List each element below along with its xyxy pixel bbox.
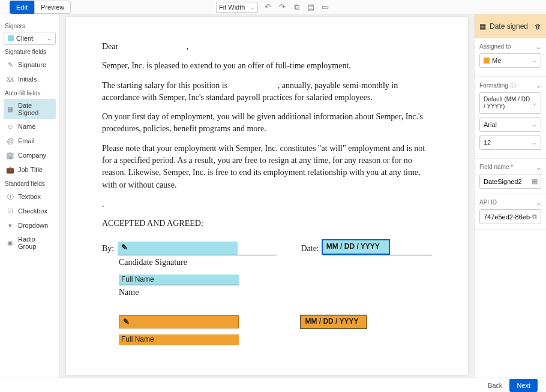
date-placeholder: MM / DD / YYYY <box>326 242 380 252</box>
field-initials[interactable]: XX Initials <box>4 72 56 86</box>
panel-title: Date signed <box>490 22 528 31</box>
fullname-placeholder: Full Name <box>121 275 154 285</box>
merge-field-icon[interactable]: ▦ <box>532 177 538 185</box>
font-size-select[interactable]: 12 ⌄ <box>479 135 541 150</box>
pen-icon: ✎ <box>123 316 130 328</box>
zoom-select[interactable]: Fit Width ⌄ <box>216 2 258 13</box>
field-label: Name <box>18 123 35 130</box>
font-value: Arial <box>484 121 497 128</box>
fullname-field-client[interactable]: Full Name <box>119 275 239 285</box>
radio-icon: ◉ <box>6 239 14 247</box>
field-email[interactable]: @ Email <box>4 134 56 148</box>
field-label: Initials <box>18 76 37 83</box>
dropdown-icon: ▾ <box>6 221 14 230</box>
paragraph-3: On your first day of employment, you wil… <box>102 111 432 135</box>
calendar-icon: ▦ <box>479 22 486 31</box>
back-button[interactable]: Back <box>488 382 502 389</box>
paste-icon[interactable]: ▤ <box>306 2 316 12</box>
field-name[interactable]: ☺ Name <box>4 119 56 134</box>
field-label: Textbox <box>18 193 41 200</box>
api-id-label: API ID <box>479 199 497 207</box>
autofill-heading: Auto-fill fields <box>5 90 56 97</box>
zoom-value: Fit Width <box>219 4 245 11</box>
dot-line: . <box>102 198 432 210</box>
tab-edit[interactable]: Edit <box>10 1 34 14</box>
field-date-signed[interactable]: ▦ Date Signed <box>4 99 56 119</box>
chevron-down-icon: ⌄ <box>47 35 52 41</box>
toolbar-center: Fit Width ⌄ ↶ ↷ ⧉ ▤ ▭ <box>216 2 330 13</box>
date-signed-field-me[interactable]: MM / DD / YYYY <box>301 315 367 328</box>
font-select[interactable]: Arial ⌄ <box>479 117 541 132</box>
date-format-value: Default (MM / DD / YYYY) <box>484 96 532 110</box>
field-label: Job Title <box>18 166 43 173</box>
by-label: By: <box>102 243 114 255</box>
fullname-placeholder: Full Name <box>121 334 154 345</box>
paragraph-2a: The starting salary for this position is <box>102 81 230 90</box>
undo-icon[interactable]: ↶ <box>263 2 272 12</box>
fullname-field-me[interactable]: Full Name <box>119 334 239 345</box>
chevron-down-icon: ⌄ <box>532 100 537 107</box>
paragraph-1: Semper, Inc. is pleased to extend to you… <box>102 60 432 72</box>
briefcase-icon: 💼 <box>6 165 14 174</box>
field-name-input[interactable] <box>484 178 532 185</box>
left-panel: Signers Client ⌄ Signature fields ✎ Sign… <box>0 14 60 378</box>
field-radio-group[interactable]: ◉ Radio Group <box>4 233 56 253</box>
next-button[interactable]: Next <box>509 379 538 392</box>
accepted-heading: ACCEPTED AND AGREED: <box>102 218 432 230</box>
at-icon: @ <box>6 137 14 145</box>
field-checkbox[interactable]: ☑ Checkbox <box>4 204 56 218</box>
field-job-title[interactable]: 💼 Job Title <box>4 162 56 177</box>
signature-field-me[interactable]: ✎ <box>119 315 239 328</box>
chevron-down-icon[interactable]: ⌄ <box>536 43 541 51</box>
field-name-label: Field name * <box>479 164 513 171</box>
field-label: Date Signed <box>18 102 53 116</box>
footer: Back Next <box>0 378 546 392</box>
assigned-to-select[interactable]: Me ⌄ <box>479 53 541 68</box>
field-company[interactable]: 🏢 Company <box>4 148 56 162</box>
signature-field-client[interactable]: ✎ <box>118 242 238 255</box>
date-signed-field-client[interactable]: MM / DD / YYYY <box>323 240 389 254</box>
info-icon[interactable]: ⓘ <box>510 82 516 89</box>
document-page[interactable]: Dear , Semper, Inc. is pleased to extend… <box>66 17 468 375</box>
name-label: Name <box>119 287 277 298</box>
field-signature[interactable]: ✎ Signature <box>4 58 56 72</box>
signature-icon: ✎ <box>6 61 14 69</box>
chevron-down-icon[interactable]: ⌄ <box>536 164 541 171</box>
signer-color-swatch <box>8 35 14 41</box>
copy-icon[interactable]: ⧉ <box>532 213 537 221</box>
chevron-down-icon: ⌄ <box>532 140 537 146</box>
layout-icon[interactable]: ▭ <box>320 2 330 12</box>
redo-icon[interactable]: ↷ <box>277 2 287 12</box>
field-name-input-wrap: ▦ <box>479 174 541 189</box>
assigned-to-label: Assigned to <box>479 43 511 51</box>
api-id-input-wrap: ⧉ <box>479 209 541 224</box>
calendar-icon: ▦ <box>6 105 14 113</box>
field-label: Company <box>18 152 46 159</box>
field-dropdown[interactable]: ▾ Dropdown <box>4 218 56 233</box>
field-label: Checkbox <box>18 207 47 215</box>
dear-label: Dear <box>102 42 118 51</box>
date-format-select[interactable]: Default (MM / DD / YYYY) ⌄ <box>479 92 541 114</box>
candidate-signature-label: Candidate Signature <box>119 257 277 269</box>
delete-icon[interactable]: 🗑 <box>535 23 541 30</box>
tab-preview[interactable]: Preview <box>34 1 71 14</box>
chevron-down-icon[interactable]: ⌄ <box>536 199 541 207</box>
signer-dropdown[interactable]: Client ⌄ <box>4 32 56 45</box>
chevron-down-icon[interactable]: ⌄ <box>536 82 541 90</box>
checkbox-icon: ☑ <box>6 207 14 215</box>
canvas: Dear , Semper, Inc. is pleased to extend… <box>60 14 474 378</box>
date-label: Date: <box>301 243 319 255</box>
initials-icon: XX <box>6 75 14 83</box>
copy-icon[interactable]: ⧉ <box>292 2 301 12</box>
sigfields-heading: Signature fields <box>5 49 56 55</box>
field-textbox[interactable]: Ⓣ Textbox <box>4 189 56 204</box>
textbox-icon: Ⓣ <box>6 192 14 201</box>
api-id-input[interactable] <box>484 213 532 221</box>
chevron-down-icon: ⌄ <box>532 58 537 64</box>
date-placeholder: MM / DD / YYYY <box>305 316 358 327</box>
chevron-down-icon: ⌄ <box>250 4 255 10</box>
field-label: Radio Group <box>18 236 53 250</box>
font-size-value: 12 <box>484 139 491 146</box>
standard-heading: Standard fields <box>5 180 56 187</box>
mode-tabs: Edit Preview <box>10 1 71 14</box>
